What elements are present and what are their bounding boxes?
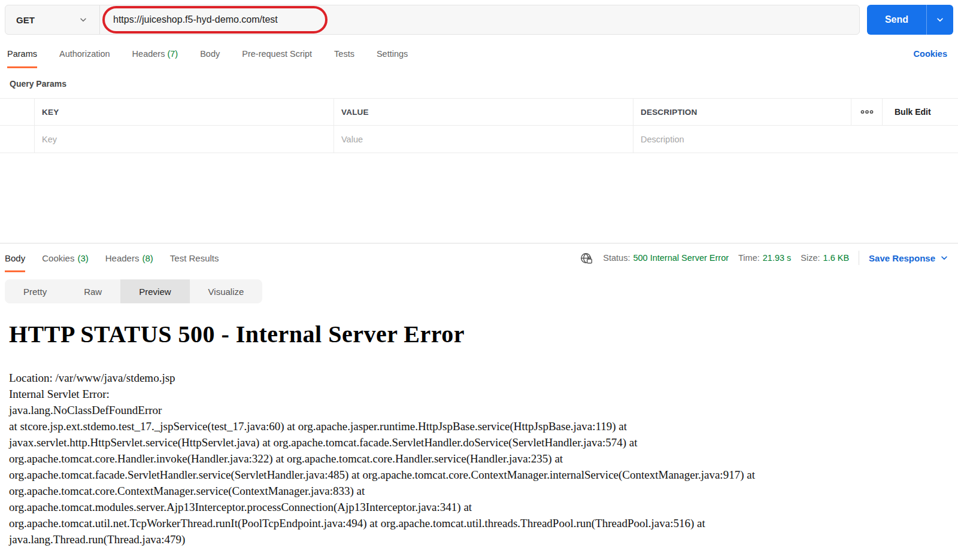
column-header-description: DESCRIPTION: [633, 99, 851, 126]
response-tab-cookies[interactable]: Cookies (3): [42, 244, 89, 272]
stack-trace-line: Location: /var/www/java/stdemo.jsp: [9, 370, 948, 386]
time-label: Time:: [738, 253, 760, 263]
tab-headers-label: Headers: [132, 49, 165, 59]
stack-trace-line: Internal Servlet Error:: [9, 386, 948, 402]
query-params-title: Query Params: [10, 79, 958, 89]
response-view-switcher: Pretty Raw Preview Visualize: [5, 279, 262, 303]
status-value: 500 Internal Server Error: [633, 253, 729, 263]
response-section: Body Cookies (3) Headers (8) Test Result…: [0, 243, 958, 547]
size-value: 1.6 KB: [823, 253, 850, 263]
response-tab-body[interactable]: Body: [5, 244, 25, 272]
column-header-value: VALUE: [334, 99, 633, 126]
stack-trace-line: org.apache.tomcat.util.net.TcpWorkerThre…: [9, 515, 948, 531]
time-value: 21.93 s: [763, 253, 792, 263]
tab-params[interactable]: Params: [7, 49, 37, 68]
response-tab-cookies-label: Cookies: [42, 253, 74, 263]
key-input[interactable]: [42, 135, 319, 144]
stack-trace-line: org.apache.tomcat.facade.ServletHandler.…: [9, 467, 948, 483]
request-bar: GET: [5, 5, 860, 35]
tab-pre-request-script[interactable]: Pre-request Script: [242, 49, 312, 68]
description-input[interactable]: [641, 135, 840, 144]
view-mode-pretty[interactable]: Pretty: [5, 279, 65, 303]
stack-trace-line: org.apache.tomcat.core.Handler.invoke(Ha…: [9, 451, 948, 467]
bulk-edit-button[interactable]: Bulk Edit: [890, 107, 931, 117]
method-label: GET: [16, 15, 35, 25]
send-button-group: Send: [867, 5, 953, 35]
empty-cell: [851, 126, 882, 153]
response-tab-headers-count: (8): [142, 253, 153, 263]
request-url-bar: GET Send: [5, 5, 953, 35]
tab-body[interactable]: Body: [200, 49, 220, 68]
size-label: Size:: [801, 253, 820, 263]
view-mode-visualize[interactable]: Visualize: [190, 279, 263, 303]
response-tab-headers-label: Headers: [105, 253, 140, 263]
description-cell: [633, 126, 851, 153]
time-pair: Time: 21.93 s: [738, 253, 791, 263]
tab-tests[interactable]: Tests: [334, 49, 354, 68]
bulk-edit-cell: Bulk Edit: [882, 99, 958, 126]
response-tabs: Body Cookies (3) Headers (8) Test Result…: [5, 244, 219, 272]
size-pair: Size: 1.6 KB: [801, 253, 849, 263]
empty-cell: [882, 126, 958, 153]
tab-authorization[interactable]: Authorization: [59, 49, 110, 68]
save-response-label: Save Response: [869, 253, 935, 263]
key-cell: [34, 126, 334, 153]
request-tabs-row: Params Authorization Headers (7) Body Pr…: [0, 39, 958, 68]
stack-trace: Location: /var/www/java/stdemo.jsp Inter…: [9, 370, 948, 547]
chevron-down-icon: [940, 254, 948, 262]
row-handle-cell: [0, 126, 34, 153]
response-tab-headers[interactable]: Headers (8): [105, 244, 153, 272]
globe-lock-icon[interactable]: [580, 251, 593, 265]
url-area: [100, 5, 859, 34]
view-mode-raw[interactable]: Raw: [65, 279, 120, 303]
send-label: Send: [885, 14, 908, 25]
response-meta: Status: 500 Internal Server Error Time: …: [580, 244, 948, 272]
send-button[interactable]: Send: [867, 5, 926, 35]
status-pair: Status: 500 Internal Server Error: [603, 253, 729, 263]
stack-trace-line: javax.servlet.http.HttpServlet.service(H…: [9, 434, 948, 451]
send-options-button[interactable]: [926, 5, 953, 35]
cookies-link[interactable]: Cookies: [914, 49, 947, 59]
response-tab-test-results[interactable]: Test Results: [170, 244, 219, 272]
chevron-down-icon: [79, 16, 87, 24]
request-tabs: Params Authorization Headers (7) Body Pr…: [7, 49, 408, 68]
response-tab-cookies-count: (3): [77, 253, 88, 263]
response-preview-pane: HTTP STATUS 500 - Internal Server Error …: [0, 303, 958, 547]
empty-area: [0, 153, 958, 243]
tab-settings[interactable]: Settings: [377, 49, 408, 68]
tab-headers[interactable]: Headers (7): [132, 49, 178, 68]
save-response-button[interactable]: Save Response: [869, 253, 948, 263]
view-mode-preview[interactable]: Preview: [120, 279, 189, 303]
more-options-icon: [860, 109, 874, 114]
value-cell: [334, 126, 633, 153]
method-select[interactable]: GET: [5, 5, 100, 34]
error-page-heading: HTTP STATUS 500 - Internal Server Error: [9, 320, 948, 348]
status-label: Status:: [603, 253, 630, 263]
params-more-options-button[interactable]: [851, 99, 882, 126]
divider: [859, 251, 859, 265]
stack-trace-line: org.apache.tomcat.modules.server.Ajp13In…: [9, 499, 948, 515]
column-header-key: KEY: [34, 99, 334, 126]
stack-trace-line: org.apache.tomcat.core.ContextManager.se…: [9, 483, 948, 499]
tab-headers-count: (7): [167, 49, 178, 59]
url-input[interactable]: [113, 14, 822, 25]
stack-trace-line: java.lang.Thread.run(Thread.java:479): [9, 531, 948, 547]
chevron-down-icon: [936, 16, 944, 24]
stack-trace-line: java.lang.NoClassDefFoundError: [9, 402, 948, 418]
query-params-table: KEY VALUE DESCRIPTION Bulk Edit: [0, 98, 958, 153]
row-handle-header-cell: [0, 99, 34, 126]
value-input[interactable]: [341, 135, 619, 144]
response-header: Body Cookies (3) Headers (8) Test Result…: [0, 244, 958, 272]
stack-trace-line: at stcore.jsp.ext.stdemo.test_17._jspSer…: [9, 418, 948, 434]
